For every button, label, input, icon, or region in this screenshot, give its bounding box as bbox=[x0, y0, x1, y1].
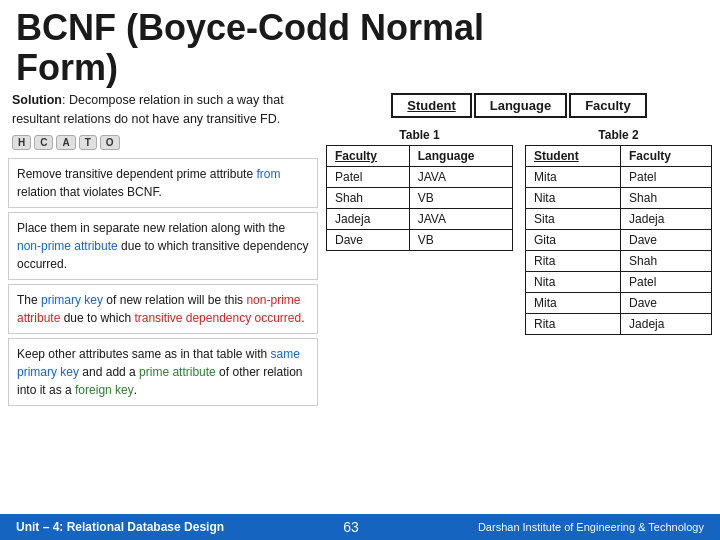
hl-prime-attr: prime attribute bbox=[139, 365, 216, 379]
table-row: Dave VB bbox=[327, 230, 513, 251]
table1-col-faculty: Faculty bbox=[327, 146, 410, 167]
cell: Dave bbox=[327, 230, 410, 251]
table-row: Nita Shah bbox=[526, 188, 712, 209]
table-row: Rita Jadeja bbox=[526, 314, 712, 335]
hl-foreign-key: foreign key bbox=[75, 383, 134, 397]
table2-col-faculty: Faculty bbox=[621, 146, 712, 167]
table-row: Jadeja JAVA bbox=[327, 209, 513, 230]
cell: Nita bbox=[526, 188, 621, 209]
hl-transitive: transitive dependency occurred bbox=[134, 311, 301, 325]
table2-body: Mita Patel Nita Shah Sita Jadeja Gita bbox=[526, 167, 712, 335]
solution-label: Solution bbox=[12, 93, 62, 107]
solution-text: Solution: Decompose relation in such a w… bbox=[8, 91, 318, 129]
left-column: Solution: Decompose relation in such a w… bbox=[8, 91, 318, 410]
footer-institute: Darshan Institute of Engineering & Techn… bbox=[478, 521, 704, 533]
cell: Nita bbox=[526, 272, 621, 293]
cell: Mita bbox=[526, 167, 621, 188]
table1-header-row: Faculty Language bbox=[327, 146, 513, 167]
cell: Jadeja bbox=[327, 209, 410, 230]
footer-page-number: 63 bbox=[343, 519, 359, 535]
cell: Dave bbox=[621, 230, 712, 251]
cell: Shah bbox=[621, 251, 712, 272]
tables-row: Table 1 Faculty Language Patel JAVA bbox=[326, 128, 712, 335]
hl-from: from bbox=[256, 167, 280, 181]
table2-header-row: Student Faculty bbox=[526, 146, 712, 167]
cell: Rita bbox=[526, 251, 621, 272]
cell: Shah bbox=[327, 188, 410, 209]
table-row: Nita Patel bbox=[526, 272, 712, 293]
cell: Patel bbox=[327, 167, 410, 188]
cell: Patel bbox=[621, 167, 712, 188]
main-content: Solution: Decompose relation in such a w… bbox=[0, 91, 720, 410]
table-row: Sita Jadeja bbox=[526, 209, 712, 230]
info-box-3: The primary key of new relation will be … bbox=[8, 284, 318, 334]
cell: Jadeja bbox=[621, 209, 712, 230]
table-row: Patel JAVA bbox=[327, 167, 513, 188]
table-row: Gita Dave bbox=[526, 230, 712, 251]
cell: Rita bbox=[526, 314, 621, 335]
cell: VB bbox=[409, 230, 512, 251]
table2-container: Table 2 Student Faculty Mita Patel bbox=[525, 128, 712, 335]
cell: Jadeja bbox=[621, 314, 712, 335]
key-o: O bbox=[100, 135, 120, 150]
info-box-1: Remove transitive dependent prime attrib… bbox=[8, 158, 318, 208]
cell: Sita bbox=[526, 209, 621, 230]
info-box-2: Place them in separate new relation alon… bbox=[8, 212, 318, 280]
hl-relation: relation bbox=[17, 185, 56, 199]
table2: Student Faculty Mita Patel Nita Shah bbox=[525, 145, 712, 335]
hl-primary-key: primary key bbox=[41, 293, 103, 307]
cell: Patel bbox=[621, 272, 712, 293]
page-title: BCNF (Boyce-Codd Normal Form) bbox=[16, 8, 704, 87]
footer-unit: Unit – 4: Relational Database Design bbox=[16, 520, 224, 534]
table-row: Mita Dave bbox=[526, 293, 712, 314]
badge-student: Student bbox=[391, 93, 471, 118]
badge-language: Language bbox=[474, 93, 567, 118]
cell: Dave bbox=[621, 293, 712, 314]
table1-title: Table 1 bbox=[326, 128, 513, 142]
table-row: Mita Patel bbox=[526, 167, 712, 188]
cell: JAVA bbox=[409, 209, 512, 230]
table1-container: Table 1 Faculty Language Patel JAVA bbox=[326, 128, 513, 335]
right-column: Student Language Faculty Table 1 Faculty… bbox=[326, 91, 712, 410]
table1-body: Patel JAVA Shah VB Jadeja JAVA Dave bbox=[327, 167, 513, 251]
key-a: A bbox=[56, 135, 75, 150]
table1-col-language: Language bbox=[409, 146, 512, 167]
badge-faculty: Faculty bbox=[569, 93, 647, 118]
page-header: BCNF (Boyce-Codd Normal Form) bbox=[0, 0, 720, 91]
table2-col-student: Student bbox=[526, 146, 621, 167]
cell: Shah bbox=[621, 188, 712, 209]
table-row: Shah VB bbox=[327, 188, 513, 209]
hl-that: that bbox=[60, 185, 80, 199]
keyboard-row: H C A T O bbox=[12, 135, 314, 150]
key-t: T bbox=[79, 135, 97, 150]
key-h: H bbox=[12, 135, 31, 150]
cell: JAVA bbox=[409, 167, 512, 188]
footer: Unit – 4: Relational Database Design 63 … bbox=[0, 514, 720, 540]
info-box-4: Keep other attributes same as in that ta… bbox=[8, 338, 318, 406]
cell: Gita bbox=[526, 230, 621, 251]
key-c: C bbox=[34, 135, 53, 150]
table1: Faculty Language Patel JAVA Shah VB bbox=[326, 145, 513, 251]
header-badges: Student Language Faculty bbox=[326, 93, 712, 118]
cell: VB bbox=[409, 188, 512, 209]
table-row: Rita Shah bbox=[526, 251, 712, 272]
hl-non-prime: non-prime attribute bbox=[17, 239, 118, 253]
cell: Mita bbox=[526, 293, 621, 314]
table2-title: Table 2 bbox=[525, 128, 712, 142]
